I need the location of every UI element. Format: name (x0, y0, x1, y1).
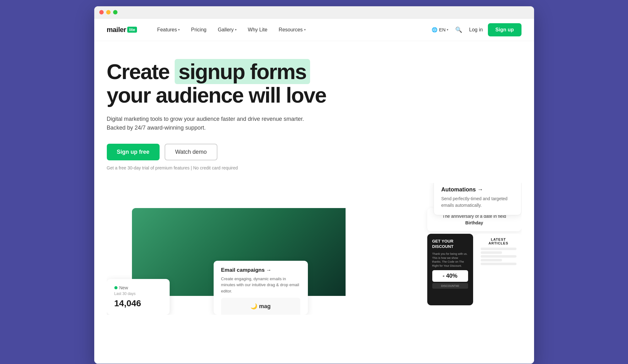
discount-amount: - 40% (432, 270, 468, 282)
nav-actions: 🌐 EN ▾ 🔍 Log in Sign up (432, 23, 521, 36)
headline-post: your audience will love (107, 83, 326, 107)
automations-title: Automations → (441, 186, 514, 193)
discount-small-text: Thank you for being with us. This is how… (432, 252, 468, 268)
navbar: mailer lite Features ▾ Pricing Gallery ▾… (94, 19, 534, 41)
email-campaigns-desc: Create engaging, dynamic emails in minut… (221, 276, 300, 294)
discount-code: DISCOUNT40 (432, 283, 468, 289)
headline-highlight: signup forms (175, 59, 310, 84)
hero-note: Get a free 30-day trial of premium featu… (107, 165, 364, 170)
browser-chrome (94, 6, 534, 19)
browser-content: mailer lite Features ▾ Pricing Gallery ▾… (94, 19, 534, 364)
browser-window: mailer lite Features ▾ Pricing Gallery ▾… (94, 6, 534, 364)
signup-button[interactable]: Sign up (488, 23, 522, 36)
search-icon: 🔍 (455, 27, 462, 33)
watch-demo-button[interactable]: Watch demo (165, 144, 217, 160)
language-label: EN (439, 27, 445, 32)
nav-features-label: Features (157, 27, 177, 33)
language-selector[interactable]: 🌐 EN ▾ (432, 27, 448, 33)
latest-articles-title: LATEST ARTICLES (481, 238, 516, 245)
article-line-5 (481, 263, 516, 265)
preview-brand: mag (259, 303, 271, 309)
login-link[interactable]: Log in (469, 27, 483, 33)
green-dot-icon (114, 286, 117, 289)
automations-desc: Send perfectly-timed and targeted emails… (441, 195, 514, 209)
email-preview: 🌙 mag (221, 298, 300, 315)
hero-headline: Create signup forms your audience will l… (107, 60, 364, 107)
article-line-1 (481, 248, 516, 250)
right-panel: The anniversary of a date in field Birth… (427, 208, 522, 305)
stats-number: 14,046 (114, 298, 162, 308)
stats-indicator: New (114, 285, 162, 290)
headline-pre: Create (107, 60, 170, 83)
email-campaigns-card: Email campaigns → Create engaging, dynam… (214, 261, 308, 315)
email-campaigns-title: Email campaigns → (221, 267, 300, 273)
article-line-4 (481, 259, 502, 261)
moon-icon: 🌙 (250, 303, 257, 309)
latest-articles-card: LATEST ARTICLES (476, 234, 522, 305)
logo[interactable]: mailer lite (107, 26, 137, 34)
globe-icon: 🌐 (432, 27, 438, 33)
nav-pricing-label: Pricing (191, 27, 206, 33)
discount-card: GET YOUR DISCOUNT Thank you for being wi… (427, 234, 473, 305)
chevron-down-icon: ▾ (304, 28, 306, 31)
nav-gallery-label: Gallery (218, 27, 234, 33)
stats-card: New Last 30 days 14,046 (107, 279, 170, 315)
article-line-2 (481, 251, 502, 254)
nav-why-lite-label: Why Lite (248, 27, 267, 33)
nav-resources-label: Resources (279, 27, 303, 33)
logo-badge: lite (127, 27, 137, 33)
article-line-3 (481, 255, 516, 258)
chevron-down-icon: ▾ (447, 28, 448, 31)
discount-area: GET YOUR DISCOUNT Thank you for being wi… (427, 234, 522, 305)
stats-label: New (119, 285, 128, 290)
nav-pricing[interactable]: Pricing (186, 24, 211, 35)
stats-sublabel: Last 30 days (114, 292, 162, 296)
nav-why-lite[interactable]: Why Lite (243, 24, 272, 35)
close-button-icon[interactable] (99, 10, 104, 14)
nav-links: Features ▾ Pricing Gallery ▾ Why Lite Re… (152, 24, 432, 35)
chevron-down-icon: ▾ (235, 28, 237, 31)
automations-card: Automations → Send perfectly-timed and t… (434, 183, 522, 215)
hero-subtext: Digital marketing tools to grow your aud… (107, 115, 320, 133)
logo-text: mailer (107, 26, 126, 34)
feature-visual-area: Automations → Send perfectly-timed and t… (107, 183, 522, 315)
anniversary-bold-text: Birthday (465, 220, 483, 225)
hero-cta: Sign up free Watch demo (107, 144, 364, 160)
nav-resources[interactable]: Resources ▾ (274, 24, 310, 35)
signup-free-button[interactable]: Sign up free (107, 144, 160, 160)
nav-gallery[interactable]: Gallery ▾ (213, 24, 242, 35)
search-button[interactable]: 🔍 (453, 24, 464, 35)
article-lines (481, 248, 516, 265)
minimize-button-icon[interactable] (106, 10, 111, 14)
discount-title: GET YOUR DISCOUNT (432, 239, 468, 249)
nav-features[interactable]: Features ▾ (152, 24, 185, 35)
fullscreen-button-icon[interactable] (113, 10, 117, 14)
hero-section: Create signup forms your audience will l… (94, 41, 377, 183)
chevron-down-icon: ▾ (178, 28, 180, 31)
